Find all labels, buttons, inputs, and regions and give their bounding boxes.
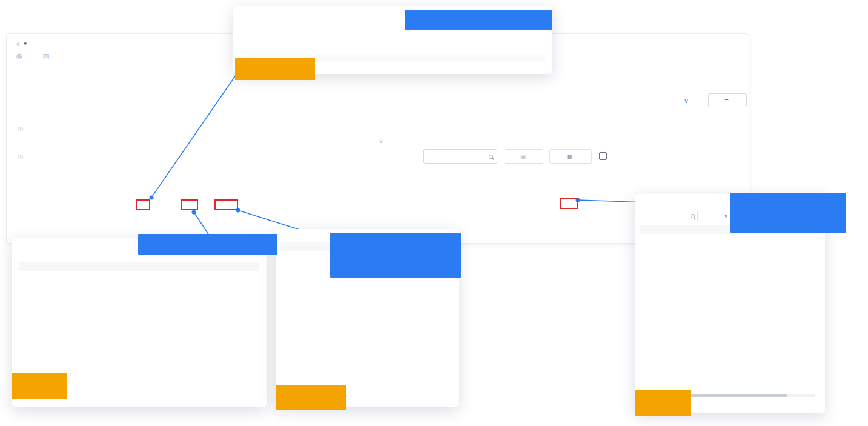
custom-columns-button[interactable]: ▥ [549, 149, 592, 164]
toolbar: ◎ ▤ [16, 52, 68, 60]
table-toolbar: ⓘ ▣ ▥ [16, 150, 622, 166]
back-icon[interactable]: ‹ [16, 39, 19, 48]
plan-settings-button[interactable]: ◎ [16, 52, 33, 59]
trade-record-button[interactable]: ▤ [43, 52, 59, 59]
label-latest-news [235, 58, 315, 80]
by-country-button[interactable]: ≡ [708, 93, 747, 107]
list-icon: ≡ [724, 97, 728, 104]
fullscreen-icon[interactable] [599, 152, 607, 160]
filter-row-tier: ⓘ [16, 125, 683, 133]
callout-suppliers [138, 234, 277, 255]
filter-label: ⓘ [16, 125, 54, 133]
page-title[interactable]: ‹▼ [16, 39, 28, 48]
batch-delete-button[interactable]: ▣ [505, 149, 543, 164]
customer-search [423, 149, 497, 164]
search-icon[interactable] [691, 214, 695, 218]
info-icon: ⓘ [18, 125, 23, 133]
callout-latest-trade [405, 10, 552, 30]
callout-trade-times [330, 233, 461, 278]
columns-icon: ▥ [567, 153, 572, 160]
collapse-chevron[interactable]: ∨ [370, 138, 392, 145]
label-contact [635, 390, 691, 416]
supplier-table-header [19, 262, 259, 271]
label-supplier [12, 373, 67, 399]
contact-search-input[interactable] [644, 214, 691, 218]
trash-icon: ▣ [520, 153, 526, 160]
gear-icon: ◎ [16, 52, 22, 59]
expand-link[interactable]: ∨ [684, 97, 689, 105]
label-trade-times [276, 385, 346, 410]
supplier-table [19, 262, 259, 271]
screenshot-stage: ‹▼ ◎ ▤ ⓘ ∨ ≡ ∨ [0, 0, 868, 426]
chevron-down-icon: ▼ [23, 41, 28, 47]
callout-contact [730, 193, 846, 233]
value-prop-block [657, 27, 868, 33]
info-icon: ⓘ [18, 153, 23, 161]
document-icon: ▤ [43, 52, 49, 59]
search-icon[interactable] [489, 155, 493, 159]
contact-search [641, 211, 698, 221]
search-input[interactable] [428, 153, 489, 160]
